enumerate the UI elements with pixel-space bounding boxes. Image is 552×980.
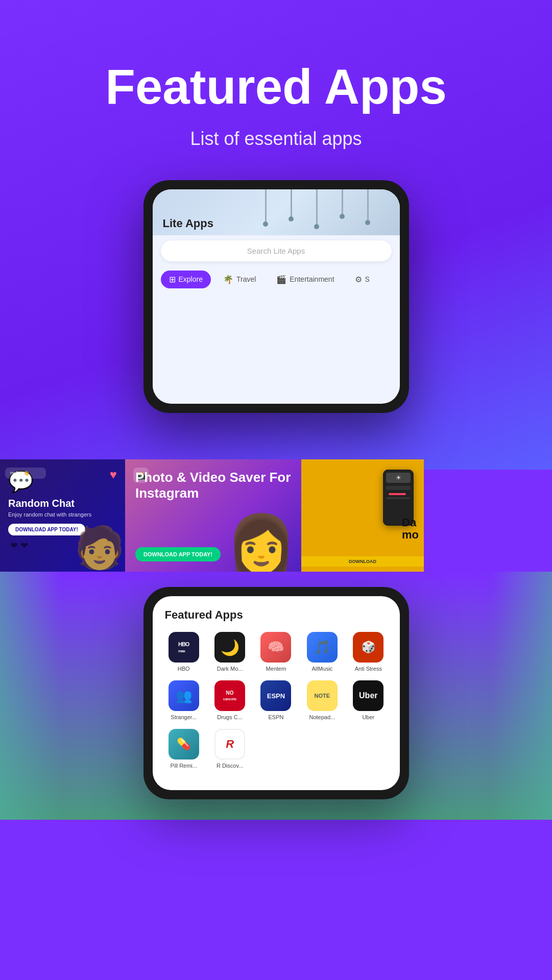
pill-label: Pill Remi... (170, 763, 197, 769)
hearts-decoration: ❤ ❤ (10, 540, 28, 551)
allmusic-label: AllMusic (311, 666, 332, 672)
hbo-icon: HBOmax (169, 632, 199, 663)
phone-outer: Lite Apps Search Lite Apps ⊞ Explore 🌴 T… (143, 180, 409, 413)
phone-inner: Lite Apps Search Lite Apps ⊞ Explore 🌴 T… (153, 189, 400, 404)
allmusic-icon: 🎵 (307, 632, 338, 663)
tab-explore-label: Explore (179, 275, 203, 283)
banner-dark-mode[interactable]: ☀ Damo DOWNLOAD (301, 459, 424, 572)
uber-label: Uber (362, 714, 374, 721)
app-screen-title: Lite Apps (163, 217, 213, 230)
darkmode-icon: 🌙 (214, 632, 245, 663)
app-antistress[interactable]: 🎲 Anti Stress (349, 632, 387, 672)
darkmode-label: Dark Mo... (217, 666, 243, 672)
app-espn[interactable]: ESPN ESPN (257, 680, 295, 721)
tab-entertainment[interactable]: 🎬 Entertainment (268, 271, 342, 288)
uber-icon: Uber (353, 680, 383, 711)
banner-photo-video[interactable]: Photo & Video Saver For Instagram DOWNLO… (125, 459, 301, 572)
app-notepad[interactable]: NOTE Notepad... (303, 680, 341, 721)
chat-bubble-1: Hello! 👋 (5, 468, 46, 479)
tab-travel-label: Travel (236, 275, 256, 283)
bottom-phone-outer: Featured Apps HBOmax HBO 🌙 Dark Mo... (143, 587, 409, 799)
hero-section: Featured Apps List of essential apps Lit… (0, 0, 552, 470)
rdiscov-label: R Discov... (217, 763, 243, 769)
category-tabs: ⊞ Explore 🌴 Travel 🎬 Entertainment ⚙ S (153, 266, 400, 292)
search-bar[interactable]: Search Lite Apps (161, 240, 392, 261)
strangers-label: Stranger... (171, 714, 197, 721)
app-mentem[interactable]: 🧠 Mentem (257, 632, 295, 672)
strangers-icon: 👥 (169, 680, 199, 711)
hero-title: Featured Apps (31, 61, 521, 113)
apps-grid: HBOmax HBO 🌙 Dark Mo... 🧠 Mentem (165, 632, 388, 770)
notepad-icon: NOTE (307, 680, 338, 711)
featured-apps-title: Featured Apps (165, 608, 388, 622)
notepad-label: Notepad... (309, 714, 335, 721)
banner2-button[interactable]: DOWNLOAD APP TODAY! (135, 547, 221, 561)
drugs-icon: NOcancelo (214, 680, 245, 711)
app-pill[interactable]: 💊 Pill Remi... (165, 729, 203, 769)
drugs-label: Drugs C... (217, 714, 243, 721)
mentem-label: Mentem (266, 666, 286, 672)
hero-subtitle: List of essential apps (31, 128, 521, 150)
pill-icon: 💊 (169, 729, 199, 760)
app-allmusic[interactable]: 🎵 AllMusic (303, 632, 341, 672)
app-rdiscov[interactable]: R R Discov... (211, 729, 249, 769)
espn-label: ESPN (269, 714, 284, 721)
app-drugs[interactable]: NOcancelo Drugs C... (211, 680, 249, 721)
tab-travel[interactable]: 🌴 Travel (215, 271, 264, 288)
banner3-title: Damo (402, 517, 419, 541)
entertainment-icon: 🎬 (276, 275, 286, 284)
antistress-label: Anti Stress (355, 666, 382, 672)
app-strangers[interactable]: 👥 Stranger... (165, 680, 203, 721)
tab-explore[interactable]: ⊞ Explore (161, 271, 211, 288)
heart-icon: ♥ (110, 468, 117, 482)
banner1-title: Random Chat (8, 498, 117, 509)
person-figure-2: 👩 (226, 516, 296, 572)
banner-random-chat[interactable]: ♥ 💬 Random Chat Enjoy random chat with s… (0, 459, 125, 572)
banner3-content: ☀ Damo (301, 459, 424, 572)
phone-mockup: Lite Apps Search Lite Apps ⊞ Explore 🌴 T… (31, 180, 521, 413)
espn-icon: ESPN (260, 680, 291, 711)
mentem-icon: 🧠 (260, 632, 291, 663)
tab-sports-label: S (365, 275, 370, 283)
banner3-button[interactable]: DOWNLOAD (301, 556, 424, 567)
banners-row: ♥ 💬 Random Chat Enjoy random chat with s… (0, 459, 552, 572)
banner2-title: Photo & Video Saver For Instagram (135, 470, 291, 501)
sports-icon: ⚙ (355, 275, 362, 284)
banner1-subtitle: Enjoy random chat with strangers (8, 511, 117, 518)
tab-entertainment-label: Entertainment (290, 275, 334, 283)
travel-icon: 🌴 (223, 275, 233, 284)
explore-icon: ⊞ (169, 275, 176, 284)
bottom-section: Featured Apps HBOmax HBO 🌙 Dark Mo... (0, 572, 552, 820)
bottom-phone-container: Featured Apps HBOmax HBO 🌙 Dark Mo... (0, 572, 552, 799)
app-hbo[interactable]: HBOmax HBO (165, 632, 203, 672)
person-figure-1: 🧑 (74, 524, 125, 572)
tab-sports[interactable]: ⚙ S (347, 271, 378, 288)
hbo-label: HBO (178, 666, 190, 672)
antistress-icon: 🎲 (353, 632, 383, 663)
app-dark-mode[interactable]: 🌙 Dark Mo... (211, 632, 249, 672)
bottom-phone-inner: Featured Apps HBOmax HBO 🌙 Dark Mo... (153, 596, 400, 790)
rdiscov-icon: R (214, 729, 245, 760)
search-placeholder: Search Lite Apps (247, 247, 305, 255)
app-uber[interactable]: Uber Uber (349, 680, 387, 721)
